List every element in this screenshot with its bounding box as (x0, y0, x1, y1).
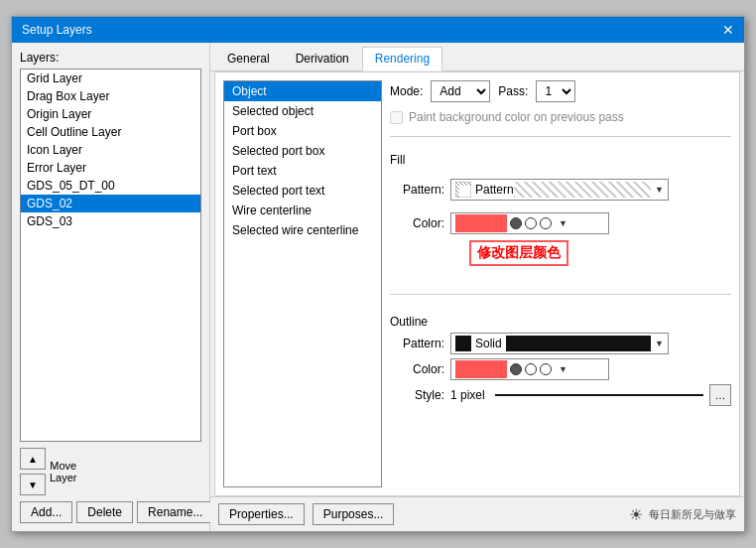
layers-label: Layers: (20, 51, 201, 65)
outline-color-options[interactable]: ▼ (450, 358, 609, 380)
object-item[interactable]: Wire centerline (224, 201, 381, 220)
right-panel: GeneralDerivationRendering ObjectSelecte… (210, 43, 744, 531)
left-panel: Layers: Grid LayerDrag Box LayerOrigin L… (12, 43, 210, 531)
two-column-layout: ObjectSelected objectPort boxSelected po… (223, 80, 731, 487)
outline-pattern-label: Pattern: (390, 337, 444, 350)
move-down-button[interactable]: ▼ (20, 474, 46, 495)
purposes-button[interactable]: Purposes... (313, 503, 395, 525)
fill-color-container: Color: ▼ 修改 (390, 212, 731, 238)
watermark-icon: ☀ (629, 505, 643, 524)
tab-content: ObjectSelected objectPort boxSelected po… (214, 71, 740, 496)
layer-item[interactable]: Drag Box Layer (21, 87, 200, 105)
outline-color-label: Color: (390, 362, 444, 376)
style-row: Style: 1 pixel … (390, 384, 731, 406)
fill-pattern-arrow: ▼ (655, 185, 664, 195)
layer-action-button[interactable]: Add... (20, 501, 72, 523)
layer-action-button[interactable]: Delete (76, 501, 133, 523)
paint-bg-checkbox[interactable] (390, 111, 403, 124)
watermark-text: 每日新所见与做享 (649, 507, 736, 522)
bottom-buttons: Add...DeleteRename...Copy... (20, 501, 201, 523)
move-controls: ▲ ▼ MoveLayer (20, 448, 201, 495)
style-value: 1 pixel (450, 388, 485, 402)
fill-pattern-select[interactable]: Pattern ▼ (450, 179, 669, 201)
layer-item[interactable]: Error Layer (21, 159, 200, 177)
svg-rect-1 (455, 336, 471, 351)
properties-button[interactable]: Properties... (218, 503, 305, 525)
outline-pattern-select[interactable]: Solid ▼ (450, 333, 669, 354)
outline-solid-icon (455, 336, 471, 351)
outline-color-arrow: ▼ (559, 364, 567, 374)
mode-row: Mode: Add Pass: 1 (390, 80, 731, 102)
style-label: Style: (390, 388, 444, 402)
object-item[interactable]: Port text (224, 161, 381, 181)
layer-item[interactable]: GDS_05_DT_00 (21, 177, 200, 195)
object-item[interactable]: Port box (224, 121, 381, 141)
fill-pattern-label: Pattern: (390, 183, 444, 197)
paint-bg-label: Paint background color on previous pass (409, 110, 624, 124)
fill-color-row: Color: ▼ (390, 212, 731, 234)
move-buttons: ▲ ▼ (20, 448, 46, 495)
pattern-icon (455, 182, 471, 198)
outline-color-circle-3 (540, 363, 552, 375)
layer-action-button[interactable]: Rename... (137, 501, 213, 523)
fill-pattern-value: Pattern (475, 183, 514, 197)
dialog-title: Setup Layers (22, 23, 92, 37)
fill-color-circle-2 (525, 217, 537, 229)
object-item[interactable]: Selected wire centerline (224, 220, 381, 240)
tabs: GeneralDerivationRendering (210, 43, 744, 71)
object-item[interactable]: Selected port text (224, 181, 381, 201)
outline-color-circle-2 (525, 363, 537, 375)
fill-pattern-preview (514, 182, 651, 198)
mode-label: Mode: (390, 84, 423, 98)
fill-color-arrow: ▼ (559, 218, 567, 228)
outline-pattern-value: Solid (475, 337, 502, 350)
layer-list[interactable]: Grid LayerDrag Box LayerOrigin LayerCell… (20, 68, 201, 442)
mode-dropdown[interactable]: Add (431, 80, 490, 102)
tab-general[interactable]: General (214, 47, 283, 70)
object-item[interactable]: Selected port box (224, 141, 381, 161)
layer-item[interactable]: Grid Layer (21, 69, 200, 87)
layer-item[interactable]: Icon Layer (21, 141, 200, 159)
tab-rendering[interactable]: Rendering (362, 47, 442, 71)
paint-bg-row: Paint background color on previous pass (390, 110, 731, 124)
setup-layers-dialog: Setup Layers ✕ Layers: Grid LayerDrag Bo… (11, 16, 745, 532)
fill-annotation: 修改图层颜色 (469, 240, 568, 266)
fill-color-options[interactable]: ▼ (450, 212, 609, 234)
fill-color-label: Color: (390, 216, 444, 230)
pass-label: Pass: (498, 84, 528, 98)
outline-solid-preview (506, 336, 651, 351)
settings-panel: Mode: Add Pass: 1 Paint b (390, 80, 731, 487)
outline-pattern-row: Pattern: Solid ▼ (390, 333, 731, 354)
layer-item[interactable]: Origin Layer (21, 105, 200, 123)
title-bar: Setup Layers ✕ (12, 17, 744, 43)
annotation-text: 修改图层颜色 (477, 244, 561, 260)
move-layer-label: MoveLayer (50, 460, 77, 483)
move-up-button[interactable]: ▲ (20, 448, 46, 470)
outline-section-header: Outline (390, 315, 731, 329)
outline-color-circle-1 (510, 363, 522, 375)
layer-item[interactable]: GDS_02 (21, 195, 200, 212)
outline-pattern-arrow: ▼ (655, 339, 664, 348)
fill-pattern-row: Pattern: Pattern ▼ (390, 179, 731, 201)
close-button[interactable]: ✕ (722, 23, 734, 37)
fill-color-circle-3 (540, 217, 552, 229)
layer-item[interactable]: GDS_03 (21, 212, 200, 230)
fill-color-circle-1 (510, 217, 522, 229)
object-item[interactable]: Object (224, 81, 381, 101)
pass-dropdown[interactable]: 1 (536, 80, 575, 102)
style-line (495, 394, 703, 396)
outline-section: Outline Pattern: Solid (390, 311, 731, 410)
style-extra-button[interactable]: … (709, 384, 731, 406)
object-list[interactable]: ObjectSelected objectPort boxSelected po… (223, 80, 382, 487)
tab-derivation[interactable]: Derivation (283, 47, 362, 70)
outline-color-box[interactable] (455, 360, 507, 378)
outline-color-row: Color: ▼ (390, 358, 731, 380)
object-item[interactable]: Selected object (224, 101, 381, 121)
layer-item[interactable]: Cell Outline Layer (21, 123, 200, 141)
footer: Properties... Purposes... ☀ 每日新所见与做享 (210, 496, 744, 531)
dialog-body: Layers: Grid LayerDrag Box LayerOrigin L… (12, 43, 744, 531)
footer-right: ☀ 每日新所见与做享 (629, 505, 736, 524)
fill-section-header: Fill (390, 153, 731, 167)
fill-color-box[interactable] (455, 214, 507, 232)
footer-left: Properties... Purposes... (218, 503, 394, 525)
